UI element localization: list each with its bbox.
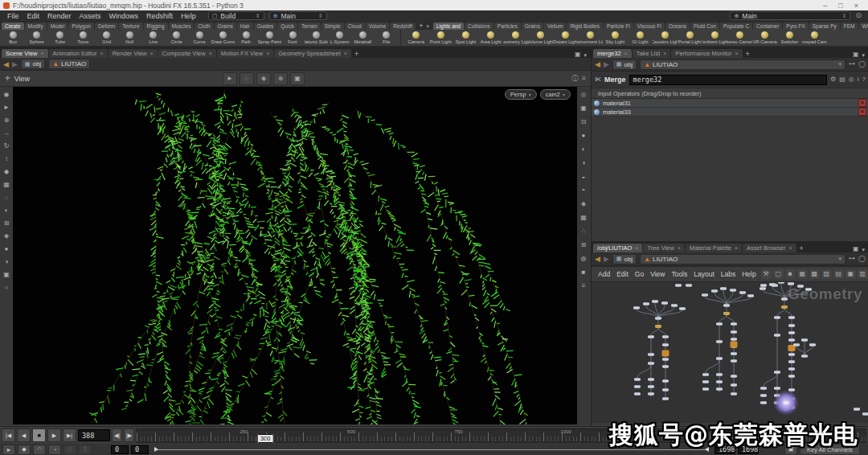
network-menu-item[interactable]: Labs <box>718 270 739 278</box>
select-tool-icon[interactable]: ► <box>2 103 11 112</box>
search-icon[interactable]: ◎ <box>849 76 854 83</box>
pane-tab[interactable]: /obj/LIUTIAO × <box>593 244 642 252</box>
pane-tab[interactable]: Tree View × <box>643 244 684 252</box>
material-icon[interactable]: ◈ <box>579 199 588 208</box>
shelf-tool[interactable]: Point Light <box>428 31 453 44</box>
color-palette-icon[interactable]: ▨ <box>821 269 832 279</box>
menu-item[interactable]: Render <box>43 12 76 20</box>
rotate-tool-icon[interactable]: ↻ <box>2 141 11 150</box>
pane-tab[interactable]: Geometry Spreadsheet × <box>274 49 351 58</box>
menu-item[interactable]: File <box>3 12 23 20</box>
select-objects-icon[interactable]: ◈ <box>256 72 271 85</box>
pane-tab[interactable]: Motion FX View × <box>217 49 273 58</box>
shelf-tool[interactable]: Volume Light <box>528 31 553 44</box>
shelf-tab[interactable]: Guides <box>254 23 277 30</box>
path-context-chip[interactable]: ▦ obj <box>612 254 637 264</box>
close-icon[interactable]: × <box>635 245 638 251</box>
back-icon[interactable]: ◀ <box>3 60 9 68</box>
shelf-tab[interactable]: Fluid Con <box>690 23 719 30</box>
shelf-tool[interactable]: Box <box>2 31 25 44</box>
shelf-tool[interactable]: File <box>375 31 398 44</box>
shelf-tab[interactable]: Quick <box>277 23 297 30</box>
path-node-chip[interactable]: ▲ LIUTIAO <box>48 59 90 69</box>
shelf-tab[interactable]: Grains <box>522 23 543 30</box>
handles-tool-icon[interactable]: ⊕ <box>2 116 11 125</box>
shelf-tab[interactable]: FEM <box>841 23 858 30</box>
misc-tool2-icon[interactable]: ○ <box>2 283 11 292</box>
pane-tab[interactable]: Material Palette × <box>686 244 742 252</box>
sync-icon[interactable]: ◯ <box>858 61 866 68</box>
follow-playhead-icon[interactable]: ► <box>2 445 15 455</box>
snap-point-icon[interactable]: ◌ <box>2 193 11 202</box>
wireframe-icon[interactable]: ▦ <box>579 213 588 222</box>
shelf-tab[interactable]: Grains <box>215 23 236 30</box>
node-name-field[interactable]: merge32 <box>629 75 828 85</box>
range-slider-left-handle[interactable] <box>154 447 158 452</box>
menu-item[interactable]: Redshift <box>142 12 177 20</box>
background-icon[interactable]: ■ <box>579 268 588 277</box>
projection-selector[interactable]: Persp ▾ <box>505 89 537 100</box>
close-icon[interactable]: × <box>209 51 212 56</box>
realtime-icon[interactable]: ◔ <box>48 445 61 455</box>
range-start-field-2[interactable]: 0 <box>131 445 149 454</box>
remove-input-button[interactable]: ✕ <box>858 99 866 107</box>
gamma-icon[interactable]: ◍ <box>579 254 588 263</box>
add-pane-tab-button[interactable]: + <box>743 50 752 58</box>
shelf-tool[interactable]: Sphere <box>25 31 48 44</box>
back-icon[interactable]: ◀ <box>595 60 600 68</box>
shelf-tab[interactable]: Modify <box>25 23 47 30</box>
detail-mode-icon[interactable]: ▣ <box>290 72 305 85</box>
pose-tool-icon[interactable]: ◆ <box>2 167 11 176</box>
pane-menu-icon[interactable]: ▾ <box>583 52 587 58</box>
menu-item[interactable]: Help <box>177 12 200 20</box>
play-forward-button[interactable]: ▶ <box>47 428 61 442</box>
shelf-tab[interactable]: Polygon <box>68 23 94 30</box>
play-backward-button[interactable]: ◀ <box>17 428 31 442</box>
shelf-tool[interactable]: Tube <box>48 31 72 44</box>
select-mode-icon[interactable]: ► <box>223 72 237 85</box>
brush-tool-icon[interactable]: ◈ <box>2 232 11 240</box>
minimize-button[interactable]: – <box>823 2 827 10</box>
shelf-tab[interactable]: Particle Fl <box>604 23 633 30</box>
misc-tool-icon[interactable]: ▣ <box>2 270 11 279</box>
path-context-chip[interactable]: ▦ obj <box>21 59 45 69</box>
shelf-tool[interactable]: Platonic Solids <box>305 31 328 44</box>
folder-icon[interactable]: ▥ <box>858 269 868 279</box>
snap-multi-icon[interactable]: ⊞ <box>2 219 11 228</box>
add-shelf-tab-button[interactable]: + <box>416 22 425 30</box>
close-icon[interactable]: × <box>150 51 154 56</box>
shelf-tool[interactable]: Camera <box>403 31 428 44</box>
input-operator-row[interactable]: material33 ✕ <box>592 108 868 117</box>
shelf-tool[interactable]: Switcher <box>777 31 802 44</box>
sculpt-tool-icon[interactable]: ◑ <box>2 257 11 266</box>
step-back-button[interactable]: ◀| <box>112 428 122 442</box>
shelf-tab[interactable]: Viscous Fl <box>634 23 665 30</box>
network-menu-item[interactable]: Go <box>632 270 647 278</box>
shelf-tool[interactable]: Caustics Light <box>653 31 678 44</box>
network-menu-item[interactable]: Layout <box>690 270 718 278</box>
shelf-tool[interactable]: Line <box>141 31 165 44</box>
move-tool-icon[interactable]: ↔ <box>2 129 11 137</box>
shelf-tool[interactable]: Gamepad Camera <box>802 31 827 44</box>
close-icon[interactable]: × <box>100 51 104 56</box>
network-menu-item[interactable]: View <box>647 270 668 278</box>
shelf-tab[interactable]: Texture <box>119 23 142 30</box>
range-start-field[interactable]: 0 <box>111 445 129 454</box>
view-tool-label[interactable]: View <box>14 75 30 83</box>
path-node-chip[interactable]: ▲ LIUTIAO ▾ <box>640 59 845 70</box>
shelf-tab[interactable]: Volume <box>366 23 390 30</box>
audio-icon[interactable]: ◠ <box>33 445 46 455</box>
jump-to-end-button[interactable]: ▶| <box>63 428 76 442</box>
shelf-tab[interactable]: Deform <box>95 23 118 30</box>
network-editor[interactable]: Geometry <box>592 282 868 423</box>
shelf-tab[interactable]: Container <box>753 23 782 30</box>
lasso-select-icon[interactable]: ◌ <box>240 72 254 85</box>
close-icon[interactable]: × <box>735 51 738 56</box>
shelf-tab[interactable]: Pyro FX <box>783 23 808 30</box>
network-menu-item[interactable]: Tools <box>668 270 690 278</box>
shelf-tab[interactable]: Rigging <box>144 23 168 30</box>
menu-item[interactable]: Edit <box>23 12 44 20</box>
shadows-icon[interactable]: ◓ <box>579 186 588 195</box>
shelf-tool[interactable]: Curve <box>188 31 211 44</box>
jump-to-start-button[interactable]: |◀ <box>2 428 15 442</box>
